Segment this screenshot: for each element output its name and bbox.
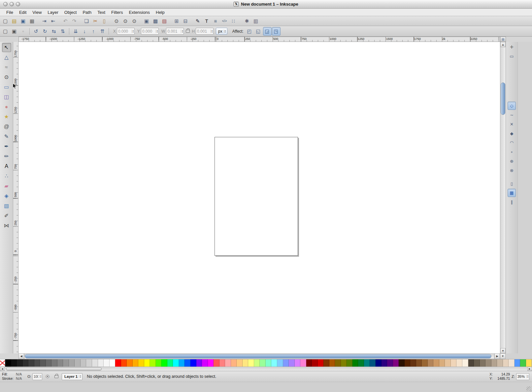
palette-swatch[interactable] — [202, 359, 208, 367]
vertical-scroll-track[interactable] — [500, 47, 506, 348]
palette-swatch[interactable] — [474, 359, 480, 367]
snap-object-centers[interactable]: ⊕ — [508, 157, 516, 165]
palette-swatch[interactable] — [237, 359, 243, 367]
palette-swatch[interactable] — [184, 359, 190, 367]
palette-swatch[interactable] — [208, 359, 214, 367]
scroll-down-button[interactable]: ▼ — [500, 353, 506, 359]
palette-swatch[interactable] — [295, 359, 301, 367]
menu-file[interactable]: File — [3, 9, 16, 16]
palette-swatch[interactable] — [167, 359, 173, 367]
palette-swatch[interactable] — [405, 359, 411, 367]
palette-swatch[interactable] — [248, 359, 254, 367]
deselect[interactable]: ▫ — [19, 27, 27, 36]
palette-swatch[interactable] — [485, 359, 491, 367]
scroll-up-button[interactable]: ▲ — [500, 42, 506, 47]
palette-scroll-left-button[interactable]: ◀ — [0, 367, 5, 371]
snap-page-border[interactable]: ▯ — [508, 180, 516, 188]
export-bitmap[interactable]: ⇤ — [49, 17, 57, 25]
palette-swatch[interactable] — [271, 359, 277, 367]
zoom-to-drawing[interactable]: ⊙ — [121, 17, 130, 25]
palette-swatch[interactable] — [161, 359, 167, 367]
palette-swatch[interactable] — [376, 359, 382, 367]
menu-edit[interactable]: Edit — [16, 9, 29, 16]
palette-swatch[interactable] — [86, 359, 92, 367]
save-document[interactable]: ▣ — [19, 17, 27, 25]
palette-swatch[interactable] — [28, 359, 34, 367]
palette-swatch[interactable] — [23, 359, 29, 367]
palette-swatch[interactable] — [225, 359, 231, 367]
palette-swatch[interactable] — [179, 359, 185, 367]
x-input[interactable] — [117, 29, 132, 34]
palette-swatch[interactable] — [34, 359, 40, 367]
h-stepper[interactable]: ▴▾ — [211, 30, 213, 33]
palette-swatch[interactable] — [277, 359, 283, 367]
palette-swatch[interactable] — [260, 359, 266, 367]
spray-tool[interactable]: ∴ — [2, 172, 11, 181]
unit-selector[interactable]: px ▴▾ — [216, 28, 227, 35]
create-clone[interactable]: ▩ — [151, 17, 160, 25]
menu-object[interactable]: Object — [61, 9, 80, 16]
palette-swatch[interactable] — [254, 359, 260, 367]
palette-swatch[interactable] — [196, 359, 202, 367]
palette-swatch[interactable] — [266, 359, 272, 367]
palette-swatch[interactable] — [98, 359, 104, 367]
undo[interactable]: ↶ — [61, 17, 70, 25]
snap-rotation-centers[interactable]: ⊗ — [508, 166, 516, 175]
palette-swatch[interactable] — [480, 359, 486, 367]
horizontal-scroll-thumb[interactable] — [25, 354, 491, 358]
palette-swatch[interactable] — [509, 359, 515, 367]
box3d-tool[interactable]: ◫ — [2, 92, 11, 102]
print-document[interactable]: ▦ — [28, 17, 36, 25]
palette-swatch[interactable] — [341, 359, 347, 367]
zoom-input[interactable] — [516, 375, 526, 378]
rotate-90-ccw[interactable]: ↺ — [32, 27, 40, 36]
palette-swatch[interactable] — [173, 359, 179, 367]
canvas[interactable] — [18, 42, 500, 353]
close-button[interactable] — [3, 2, 8, 6]
palette-swatch[interactable] — [92, 359, 98, 367]
snap-guides[interactable]: ∥ — [508, 198, 516, 206]
horizontal-ruler[interactable]: -1750-1500-1250-1000-750-500-25002505007… — [18, 37, 500, 42]
scale-rounded-corners-toggle[interactable]: ◱ — [254, 27, 263, 36]
flip-horizontal[interactable]: ⇆ — [50, 27, 58, 36]
raise[interactable]: ↑ — [89, 27, 98, 36]
palette-swatch[interactable] — [526, 359, 532, 367]
text-dialog[interactable]: T — [202, 17, 211, 25]
zoom-stepper[interactable]: ▴▾ — [526, 375, 529, 378]
x-stepper[interactable]: ▴▾ — [132, 30, 134, 33]
palette-swatch[interactable] — [5, 359, 11, 367]
palette-swatch[interactable] — [416, 359, 422, 367]
palette-scroll-thumb[interactable] — [6, 367, 102, 371]
layer-selector[interactable]: Layer 1 ▴▾ — [62, 373, 83, 380]
menu-text[interactable]: Text — [94, 9, 108, 16]
palette-swatch[interactable] — [312, 359, 318, 367]
layer-lock-toggle[interactable] — [53, 373, 60, 380]
opacity-stepper[interactable]: ▴▾ — [39, 375, 42, 378]
menu-help[interactable]: Help — [153, 9, 168, 16]
fill-stroke-dialog[interactable]: ✎ — [193, 17, 202, 25]
palette-swatch[interactable] — [364, 359, 370, 367]
palette-swatch[interactable] — [410, 359, 416, 367]
snap-bounding-box[interactable]: ▭ — [508, 52, 516, 60]
horizontal-scroll-track[interactable] — [24, 353, 494, 359]
text-tool[interactable]: A — [2, 162, 11, 171]
unit-stepper[interactable]: ▴▾ — [224, 30, 226, 33]
zoom-to-selection[interactable]: ⊙ — [112, 17, 121, 25]
palette-swatch[interactable] — [358, 359, 364, 367]
palette-swatch[interactable] — [57, 359, 63, 367]
rectangle-tool[interactable]: ▭ — [2, 82, 11, 92]
palette-swatch[interactable] — [115, 359, 121, 367]
ellipse-tool[interactable]: ● — [2, 102, 11, 112]
align-distribute-dialog[interactable]: ∷ — [229, 17, 238, 25]
palette-swatch[interactable] — [335, 359, 341, 367]
fill-stroke-indicator[interactable]: Fill: N/A Stroke: N/A — [1, 372, 22, 381]
palette-swatch[interactable] — [283, 359, 289, 367]
connector-tool[interactable]: ⋈ — [2, 221, 11, 230]
scale-stroke-width-toggle[interactable]: ◰ — [245, 27, 254, 36]
import-bitmap[interactable]: ⇥ — [40, 17, 49, 25]
pen-tool[interactable]: ✒ — [2, 142, 11, 151]
bucket-tool[interactable]: ◈ — [2, 191, 11, 201]
palette-swatch[interactable] — [110, 359, 116, 367]
star-tool[interactable]: ★ — [2, 112, 11, 121]
node-tool[interactable]: △ — [2, 53, 11, 62]
